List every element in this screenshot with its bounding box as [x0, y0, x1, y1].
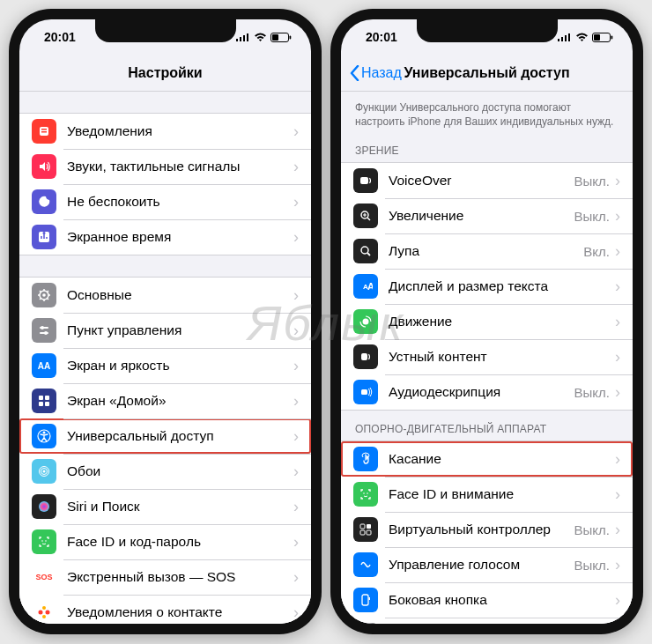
svg-rect-38 — [558, 39, 559, 41]
screentime-icon — [32, 225, 56, 249]
settings-row-voicecontrol[interactable]: Управление голосомВыкл.› — [341, 547, 633, 582]
settings-row-homescreen[interactable]: Экран «Домой»› — [19, 383, 311, 418]
settings-row-notifications[interactable]: Уведомления› — [19, 114, 311, 149]
row-label: Лупа — [389, 243, 583, 259]
phone-left: 20:01 Настройки Уведомления›Звуки, такти… — [9, 9, 322, 634]
svg-point-32 — [46, 611, 50, 615]
settings-row-voiceover[interactable]: VoiceOverВыкл.› — [341, 163, 633, 198]
section-header-vision: ЗРЕНИЕ — [341, 132, 633, 162]
chevron-right-icon: › — [293, 322, 299, 340]
svg-rect-20 — [45, 396, 49, 400]
chevron-right-icon: › — [615, 556, 620, 574]
dnd-icon — [32, 189, 56, 214]
row-label: Касание — [389, 451, 615, 467]
status-time: 20:01 — [44, 30, 76, 44]
row-label: Увеличение — [389, 208, 574, 224]
homescreen-icon — [32, 389, 56, 413]
settings-row-siri[interactable]: Siri и Поиск› — [19, 489, 311, 524]
settings-row-zoom[interactable]: УвеличениеВыкл.› — [341, 198, 633, 233]
settings-row-sounds[interactable]: Звуки, тактильные сигналы› — [19, 149, 311, 184]
zoom-icon — [353, 204, 378, 228]
chevron-right-icon: › — [615, 207, 620, 226]
row-label: Siri и Поиск — [67, 499, 293, 514]
sidebutton-icon — [353, 588, 378, 612]
magnifier-icon — [353, 239, 378, 263]
settings-row-screentime[interactable]: Экранное время› — [19, 219, 311, 255]
svg-rect-39 — [561, 37, 563, 41]
svg-point-29 — [41, 540, 43, 542]
svg-rect-56 — [367, 524, 371, 529]
row-label: Обои — [67, 463, 293, 479]
row-value: Выкл. — [574, 209, 610, 224]
navbar: Настройки — [19, 55, 311, 92]
row-label: Виртуальный контроллер — [389, 522, 574, 537]
row-label: Экранное время — [67, 229, 293, 245]
section-note: Функции Универсального доступа помогают … — [341, 92, 633, 132]
wifi-icon — [254, 33, 267, 42]
chevron-right-icon: › — [615, 521, 620, 539]
settings-row-accessibility[interactable]: Универсальный доступ› — [19, 418, 311, 454]
settings-row-textsize[interactable]: AAДисплей и размер текста› — [341, 269, 633, 304]
svg-rect-6 — [290, 35, 292, 39]
battery-icon — [270, 33, 292, 42]
settings-row-exposure[interactable]: Уведомления о контакте› — [19, 595, 311, 624]
settings-row-touch[interactable]: Касание› — [341, 441, 633, 477]
navbar: Назад Универсальный доступ — [341, 55, 633, 92]
status-time: 20:01 — [366, 30, 397, 44]
settings-row-faceid-att[interactable]: Face ID и внимание› — [341, 477, 633, 512]
content-right[interactable]: Функции Универсального доступа помогают … — [341, 92, 633, 624]
appletv-icon — [353, 623, 378, 624]
settings-row-wallpaper[interactable]: Обои› — [19, 454, 311, 489]
settings-row-appletv[interactable]: Пульт Apple TV› — [341, 618, 633, 624]
notch — [417, 19, 558, 42]
row-label: Face ID и внимание — [389, 486, 615, 502]
settings-row-switchcontrol[interactable]: Виртуальный контроллерВыкл.› — [341, 512, 633, 547]
chevron-right-icon: › — [615, 172, 620, 190]
settings-row-sos[interactable]: SOSЭкстренный вызов — SOS› — [19, 559, 311, 595]
settings-row-faceid[interactable]: Face ID и код-пароль› — [19, 524, 311, 559]
phone-right: 20:01 Назад Универсальный доступ Функции… — [330, 9, 643, 634]
back-label: Назад — [361, 65, 402, 81]
settings-row-dnd[interactable]: Не беспокоить› — [19, 184, 311, 219]
signal-icon — [558, 33, 572, 41]
svg-point-24 — [43, 432, 46, 434]
settings-row-spoken[interactable]: Устный контент› — [341, 339, 633, 374]
svg-rect-41 — [568, 33, 570, 41]
chevron-right-icon: › — [293, 193, 299, 211]
chevron-right-icon: › — [293, 357, 299, 375]
general-icon — [32, 283, 56, 307]
settings-row-motion[interactable]: Движение› — [341, 304, 633, 339]
settings-row-display[interactable]: AAЭкран и яркость› — [19, 348, 311, 383]
settings-row-sidebutton[interactable]: Боковая кнопка› — [341, 582, 633, 618]
row-label: Экран «Домой» — [67, 393, 293, 409]
chevron-right-icon: › — [293, 498, 299, 516]
siri-icon — [32, 494, 56, 519]
svg-point-33 — [42, 606, 46, 610]
settings-row-controlcenter[interactable]: Пункт управления› — [19, 313, 311, 348]
row-label: Основные — [67, 287, 293, 303]
svg-rect-1 — [240, 37, 241, 41]
settings-row-audiodesc[interactable]: АудиодескрипцияВыкл.› — [341, 374, 633, 410]
audiodesc-icon — [353, 380, 378, 404]
svg-rect-8 — [41, 129, 47, 130]
wifi-icon — [575, 33, 589, 42]
settings-row-general[interactable]: Основные› — [19, 278, 311, 313]
row-value: Вкл. — [583, 244, 610, 259]
voicecontrol-icon — [353, 552, 378, 577]
back-button[interactable]: Назад — [350, 65, 402, 81]
page-title: Универсальный доступ — [404, 65, 569, 81]
svg-rect-45 — [360, 177, 368, 184]
content-left[interactable]: Уведомления›Звуки, тактильные сигналы›Не… — [19, 92, 311, 624]
row-label: VoiceOver — [389, 173, 574, 189]
settings-row-magnifier[interactable]: ЛупаВкл.› — [341, 233, 633, 269]
chevron-right-icon: › — [293, 568, 299, 587]
chevron-right-icon: › — [293, 533, 299, 551]
chevron-right-icon: › — [615, 348, 620, 366]
row-label: Движение — [389, 314, 615, 329]
svg-rect-9 — [41, 131, 47, 133]
svg-rect-59 — [362, 595, 368, 605]
svg-point-47 — [361, 247, 368, 254]
exposure-icon — [32, 600, 56, 624]
svg-text:AA: AA — [38, 361, 50, 371]
switchcontrol-icon — [353, 517, 378, 542]
